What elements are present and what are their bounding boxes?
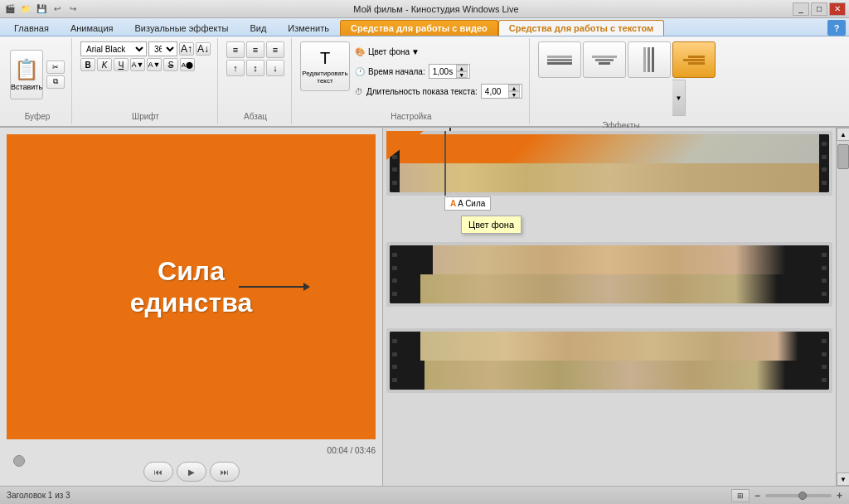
align-right-button[interactable]: ≡ — [266, 41, 284, 58]
effect-btn-3[interactable] — [628, 41, 671, 78]
time-start-spin[interactable]: 1,00s ▲ ▼ — [429, 64, 470, 79]
align-top-button[interactable]: ↑ — [226, 60, 245, 76]
effect-icon-2 — [592, 56, 617, 65]
film-hole — [822, 142, 827, 146]
rewind-button[interactable]: ⏮ — [143, 462, 173, 482]
tab-view[interactable]: Вид — [239, 20, 277, 36]
scroll-track[interactable] — [837, 141, 849, 472]
scroll-thumb[interactable] — [837, 144, 849, 169]
edit-text-icon: T — [320, 49, 330, 68]
film-hole — [822, 352, 827, 356]
font-name-select[interactable]: Arial Black — [80, 41, 147, 56]
maximize-button[interactable]: □ — [811, 2, 827, 16]
save-icon[interactable]: 💾 — [35, 2, 48, 16]
zoom-thumb[interactable] — [798, 492, 807, 500]
preview-canvas[interactable]: Силаединства — [7, 134, 376, 439]
scroll-down-button[interactable]: ▼ — [837, 472, 849, 486]
vertical-scrollbar[interactable]: ▲ ▼ — [836, 128, 849, 486]
ribbon-group-bufer: 📋 Вставить ✂ ⧉ Буфер — [3, 38, 72, 124]
cut-button[interactable]: ✂ — [46, 61, 65, 74]
tab-effects[interactable]: Визуальные эффекты — [124, 20, 240, 36]
effect-btn-1[interactable] — [538, 41, 581, 78]
tab-video-tools[interactable]: Средства для работы с видео — [340, 20, 498, 36]
help-button[interactable]: ? — [827, 20, 846, 36]
spacer-1 — [386, 227, 832, 235]
decrease-font-button[interactable]: A↓ — [196, 42, 211, 56]
playback-controls: ⏮ ▶ ⏭ — [7, 462, 376, 482]
tab-animation[interactable]: Анимация — [60, 20, 124, 36]
timeline-panel[interactable]: A A Сила Цвет фона — [383, 128, 836, 486]
highlight-button[interactable]: A▼ — [147, 58, 162, 71]
film-hole — [392, 339, 397, 343]
tab-text-tools[interactable]: Средства для работы с текстом — [498, 20, 664, 36]
underline-button[interactable]: Ч — [114, 58, 129, 71]
font-size-select[interactable]: 36 — [148, 41, 177, 56]
status-right: ⊞ − + — [731, 489, 842, 502]
zoom-plus-button[interactable]: + — [837, 490, 842, 502]
text-label-text: A Сила — [458, 199, 485, 208]
zoom-slider[interactable] — [765, 494, 832, 497]
preview-panel: Силаединства 00:04 / 03:46 ⏮ ▶ ⏭ — [0, 128, 383, 486]
film-hole — [822, 365, 827, 369]
tab-edit[interactable]: Изменить — [277, 20, 340, 36]
align-left-button[interactable]: ≡ — [226, 41, 245, 58]
forward-button[interactable]: ⏭ — [210, 462, 240, 482]
open-icon[interactable]: 📁 — [19, 2, 32, 16]
progress-thumb[interactable] — [13, 455, 25, 467]
undo-icon[interactable]: ↩ — [51, 2, 64, 16]
redo-icon[interactable]: ↪ — [66, 2, 80, 16]
time-start-up[interactable]: ▲ — [456, 65, 468, 71]
app-icon: 🎬 — [3, 2, 17, 16]
paste-button[interactable]: 📋 Вставить — [10, 50, 43, 99]
align-middle-button[interactable]: ↕ — [246, 60, 264, 76]
edit-text-button[interactable]: T Редактироватьтекст — [300, 41, 350, 91]
effects-dropdown[interactable]: ▼ — [672, 80, 686, 116]
font-color-button[interactable]: A▼ — [130, 58, 145, 71]
indent-row: ↑ ↕ ↓ — [226, 60, 284, 76]
text-label-a: A — [450, 199, 456, 208]
font-style-row: B K Ч A▼ A▼ S A⬤ — [80, 58, 211, 71]
time-display: 00:04 / 03:46 — [7, 446, 376, 455]
duration-down[interactable]: ▼ — [508, 91, 520, 98]
effect-btn-4[interactable] — [672, 41, 716, 78]
duration-label: Длительность показа текста: — [366, 87, 478, 96]
play-button[interactable]: ▶ — [177, 462, 206, 482]
duration-spin[interactable]: 4,00 ▲ ▼ — [481, 84, 522, 99]
status-bar: Заголовок 1 из 3 ⊞ − + — [0, 486, 849, 504]
ribbon-group-effekty: ▼ Эффекты — [531, 38, 711, 124]
window-controls: _ □ ✕ — [793, 2, 846, 16]
time-start-down[interactable]: ▼ — [456, 71, 468, 78]
align-center-button[interactable]: ≡ — [246, 41, 264, 58]
effect-btn-2[interactable] — [583, 41, 626, 78]
increase-font-button[interactable]: A↑ — [179, 42, 194, 56]
connector-line — [449, 128, 451, 131]
abzac-label: Абзац — [244, 109, 267, 121]
minimize-button[interactable]: _ — [793, 2, 809, 16]
film-hole — [392, 253, 397, 257]
film-hole — [822, 253, 827, 257]
italic-button[interactable]: K — [97, 58, 112, 71]
film-hole — [822, 181, 827, 185]
color-bg-button[interactable]: Цвет фона ▼ — [368, 47, 420, 56]
film-strip-1 — [390, 134, 829, 192]
color-bg-icon[interactable]: 🎨 — [355, 47, 365, 56]
zoom-minus-button[interactable]: − — [754, 490, 760, 502]
close-button[interactable]: ✕ — [829, 2, 846, 16]
ribbon-tab-bar: Главная Анимация Визуальные эффекты Вид … — [0, 18, 849, 36]
copy-button[interactable]: ⧉ — [46, 75, 65, 89]
film-hole — [822, 292, 827, 296]
duration-up[interactable]: ▲ — [508, 85, 520, 91]
tab-home[interactable]: Главная — [3, 20, 60, 36]
text-label-strip[interactable]: A A Сила — [444, 196, 491, 211]
film-holes-left-2 — [390, 245, 400, 303]
scroll-up-button[interactable]: ▲ — [837, 128, 849, 141]
film-row-bottom-1 — [400, 163, 819, 192]
playback-bar: 00:04 / 03:46 ⏮ ▶ ⏭ — [7, 446, 376, 479]
bold-button[interactable]: B — [80, 58, 95, 71]
shadow-button[interactable]: A⬤ — [180, 58, 195, 71]
fit-button[interactable]: ⊞ — [731, 489, 750, 502]
duration-row: ⏱ Длительность показа текста: 4,00 ▲ ▼ — [355, 83, 522, 99]
align-bottom-button[interactable]: ↓ — [266, 60, 284, 76]
strikethrough-button[interactable]: S — [163, 58, 178, 71]
film-hole — [392, 279, 397, 283]
